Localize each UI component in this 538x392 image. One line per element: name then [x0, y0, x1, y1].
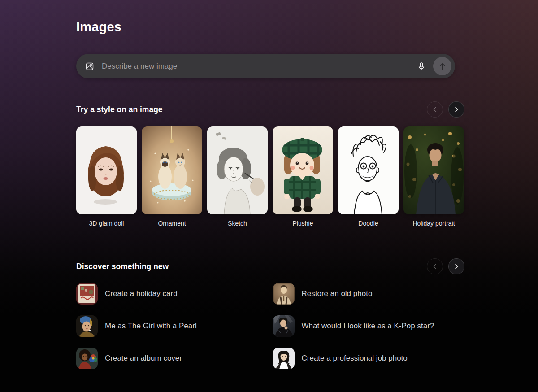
style-card-label: Doodle: [338, 220, 399, 227]
discover-item-restore-old-photo[interactable]: Restore an old photo: [273, 283, 465, 305]
style-card-label: Holiday portrait: [404, 220, 464, 227]
chevron-right-icon: [453, 263, 460, 270]
discover-next-button[interactable]: [448, 258, 464, 274]
styles-section-title: Try a style on an image: [76, 105, 163, 114]
discover-thumb-restore-old-photo: [273, 283, 295, 305]
discover-thumb-kpop-star: [273, 315, 295, 337]
style-card-label: Ornament: [142, 220, 202, 227]
style-cards-row: 3D glam doll: [76, 126, 464, 227]
discover-item-label: Me as The Girl with a Pearl: [105, 322, 197, 331]
discover-item-label: What would I look like as a K-Pop star?: [302, 322, 434, 331]
discover-item-kpop-star[interactable]: What would I look like as a K-Pop star?: [273, 315, 465, 337]
style-card-holiday-portrait[interactable]: Holiday portrait: [404, 126, 464, 227]
discover-thumb-girl-with-pearl: [76, 315, 98, 337]
discover-grid: Create a holiday card Restore an old ph: [76, 283, 464, 369]
style-card-image-holiday-portrait: [404, 126, 464, 214]
discover-carousel-nav: [427, 258, 464, 274]
discover-item-label: Create an album cover: [105, 354, 182, 363]
style-card-3d-glam-doll[interactable]: 3D glam doll: [76, 126, 137, 227]
discover-item-job-photo[interactable]: Create a professional job photo: [273, 348, 465, 369]
microphone-button[interactable]: [413, 58, 430, 74]
discover-item-girl-with-pearl[interactable]: Me as The Girl with a Pearl: [76, 315, 268, 337]
styles-next-button[interactable]: [448, 101, 464, 118]
prompt-input[interactable]: [102, 62, 413, 71]
discover-thumb-holiday-card: [76, 283, 98, 305]
style-card-plushie[interactable]: Plushie: [273, 126, 333, 227]
chevron-right-icon: [453, 106, 460, 113]
chevron-left-icon: [432, 106, 438, 113]
style-card-ornament[interactable]: Ornament: [142, 126, 202, 227]
images-page: Images: [76, 0, 464, 369]
discover-section-header: Discover something new: [76, 258, 464, 274]
style-card-image-ornament: [142, 126, 202, 214]
discover-item-holiday-card[interactable]: Create a holiday card: [76, 283, 268, 305]
style-card-doodle[interactable]: Doodle: [338, 126, 399, 227]
microphone-icon: [417, 62, 426, 71]
discover-item-label: Create a holiday card: [105, 289, 178, 298]
style-card-image-sketch: [207, 126, 268, 214]
style-card-label: Plushie: [273, 220, 333, 227]
style-card-label: 3D glam doll: [76, 220, 137, 227]
style-card-image-3d-glam-doll: [76, 126, 137, 214]
image-icon: [85, 62, 94, 71]
chevron-left-icon: [432, 263, 438, 270]
styles-section-header: Try a style on an image: [76, 101, 464, 118]
discover-item-label: Create a professional job photo: [302, 354, 408, 363]
image-prompt-composer: [76, 54, 455, 78]
style-card-sketch[interactable]: Sketch: [207, 126, 268, 227]
style-card-image-plushie: [273, 126, 333, 214]
styles-carousel-nav: [427, 101, 464, 118]
arrow-up-icon: [438, 62, 447, 71]
discover-section-title: Discover something new: [76, 262, 169, 271]
styles-prev-button[interactable]: [427, 101, 443, 118]
discover-thumb-job-photo: [273, 348, 295, 369]
discover-item-label: Restore an old photo: [302, 289, 373, 298]
style-card-label: Sketch: [207, 220, 268, 227]
style-card-image-doodle: [338, 126, 399, 214]
discover-thumb-album-cover: [76, 348, 98, 369]
submit-prompt-button[interactable]: [433, 57, 451, 75]
page-title: Images: [76, 20, 464, 35]
upload-image-button[interactable]: [83, 60, 96, 73]
discover-item-album-cover[interactable]: Create an album cover: [76, 348, 268, 369]
discover-prev-button[interactable]: [427, 258, 443, 274]
